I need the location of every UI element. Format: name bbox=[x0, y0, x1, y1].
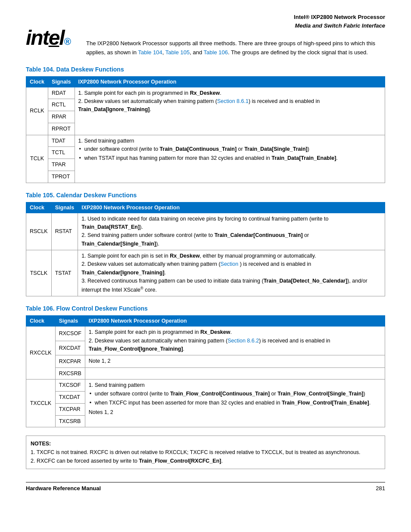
table106-title: Table 106. Flow Control Deskew Functions bbox=[26, 305, 385, 312]
page-header: Intel® IXP2800 Network Processor Media a… bbox=[294, 13, 385, 30]
table-row: RSCLK RSTAT 1. Used to indicate need for… bbox=[26, 213, 385, 250]
table-105: Clock Signals IXP2800 Network Processor … bbox=[26, 202, 385, 297]
section-link[interactable]: Section bbox=[221, 261, 240, 267]
tclk-op-cell: 1. Send training pattern under software … bbox=[75, 135, 385, 183]
tsclk-cell: TSCLK bbox=[26, 250, 52, 296]
rclk-op-cell: 1. Sample point for each pin is programm… bbox=[75, 87, 385, 135]
notes-box: NOTES: 1. TXCFC is not trained. RXCFC is… bbox=[26, 436, 385, 469]
notes-title: NOTES: bbox=[31, 441, 51, 447]
table104-col-clock: Clock bbox=[26, 76, 48, 87]
tclk-cell: TCLK bbox=[26, 135, 48, 183]
rprot-cell: RPROT bbox=[48, 123, 75, 135]
txcclk-cell: TXCCLK bbox=[26, 380, 56, 427]
header-title-line1: Intel® IXP2800 Network Processor bbox=[294, 13, 385, 22]
table104-link[interactable]: Table 104 bbox=[138, 49, 162, 56]
table105-col-clock: Clock bbox=[26, 202, 52, 213]
txcsrb-cell: TXCSRB bbox=[55, 415, 85, 427]
table106-col-clock: Clock bbox=[26, 316, 56, 327]
intro-text-2: , bbox=[162, 49, 165, 56]
footer-page-number: 281 bbox=[376, 485, 385, 492]
table-row: TCLK TDAT 1. Send training pattern under… bbox=[26, 135, 385, 147]
table106-col-op: IXP2800 Network Processor Operation bbox=[85, 316, 385, 327]
rctl-cell: RCTL bbox=[48, 99, 75, 111]
table104-col-op: IXP2800 Network Processor Operation bbox=[75, 76, 385, 87]
tprot-cell: TPROT bbox=[48, 171, 75, 183]
rxcdat-cell: RXCDAT bbox=[55, 341, 85, 355]
note2-bold: Train_Flow_Control[RXCFC_En] bbox=[139, 458, 221, 464]
rxcclk-op-cell: 1. Sample point for each pin is programm… bbox=[85, 327, 385, 355]
table104-title: Table 104. Data Deskew Functions bbox=[26, 66, 385, 73]
rdat-cell: RDAT bbox=[48, 87, 75, 99]
table-row: RXCCLK RXCSOF 1. Sample point for each p… bbox=[26, 327, 385, 341]
page: Intel® IXP2800 Network Processor Media a… bbox=[0, 0, 411, 517]
rstat-cell: RSTAT bbox=[51, 213, 78, 250]
rxcsof-cell: RXCSOF bbox=[55, 327, 85, 341]
txcpar-cell: TXCPAR bbox=[55, 403, 85, 415]
table105-link[interactable]: Table 105 bbox=[165, 49, 190, 56]
intro-paragraph: The IXP2800 Network Processor supports a… bbox=[86, 39, 385, 57]
table-row: RXCSRB bbox=[26, 367, 385, 380]
tctl-cell: TCTL bbox=[48, 147, 75, 159]
rxcsrb-op-cell bbox=[85, 367, 385, 380]
txcdat-cell: TXCDAT bbox=[55, 392, 85, 404]
rxcpar-cell: RXCPAR bbox=[55, 355, 85, 367]
table105-col-signals: Signals bbox=[51, 202, 78, 213]
tstat-cell: TSTAT bbox=[51, 250, 78, 296]
table-row: TSCLK TSTAT 1. Sample point for each pin… bbox=[26, 250, 385, 296]
intro-text-3: , and bbox=[190, 49, 203, 56]
page-footer: Hardware Reference Manual 281 bbox=[26, 482, 385, 492]
section862-link[interactable]: Section 8.6.2 bbox=[227, 338, 259, 344]
table105-col-op: IXP2800 Network Processor Operation bbox=[78, 202, 385, 213]
intro-text-4: . The groups are defined by the clock si… bbox=[228, 49, 368, 56]
tdat-cell: TDAT bbox=[48, 135, 75, 147]
footer-title: Hardware Reference Manual bbox=[26, 485, 101, 492]
tpar-cell: TPAR bbox=[48, 159, 75, 171]
tsclk-op-cell: 1. Sample point for each pin is set in R… bbox=[78, 250, 385, 296]
table104-col-signals: Signals bbox=[48, 76, 75, 87]
txcclk-op-cell: 1. Send training pattern under software … bbox=[85, 380, 385, 427]
rsclk-cell: RSCLK bbox=[26, 213, 52, 250]
table-row: RXCPAR Note 1, 2 bbox=[26, 355, 385, 367]
table-106: Clock Signals IXP2800 Network Processor … bbox=[26, 315, 385, 427]
table-row: TXCCLK TXCSOF 1. Send training pattern u… bbox=[26, 380, 385, 392]
table105-title: Table 105. Calendar Deskew Functions bbox=[26, 192, 385, 199]
rclk-cell: RCLK bbox=[26, 87, 48, 135]
txcsof-cell: TXCSOF bbox=[55, 380, 85, 392]
header-title-line2: Media and Switch Fabric Interface bbox=[294, 22, 385, 30]
rxcclk-cell: RXCCLK bbox=[26, 327, 56, 380]
table-row: RCLK RDAT 1. Sample point for each pin i… bbox=[26, 87, 385, 99]
table-104: Clock Signals IXP2800 Network Processor … bbox=[26, 76, 385, 183]
section861-link[interactable]: Section 8.6.1 bbox=[217, 98, 249, 104]
table106-link[interactable]: Table 106 bbox=[204, 49, 228, 56]
table106-col-signals: Signals bbox=[55, 316, 85, 327]
rpar-cell: RPAR bbox=[48, 111, 75, 123]
note1: 1. TXCFC is not trained. RXCFC is driven… bbox=[31, 449, 361, 455]
rsclk-op-cell: 1. Used to indicate need for data traini… bbox=[78, 213, 385, 250]
rxcsrb-cell: RXCSRB bbox=[55, 367, 85, 380]
rxcpar-op-cell: Note 1, 2 bbox=[85, 355, 385, 367]
